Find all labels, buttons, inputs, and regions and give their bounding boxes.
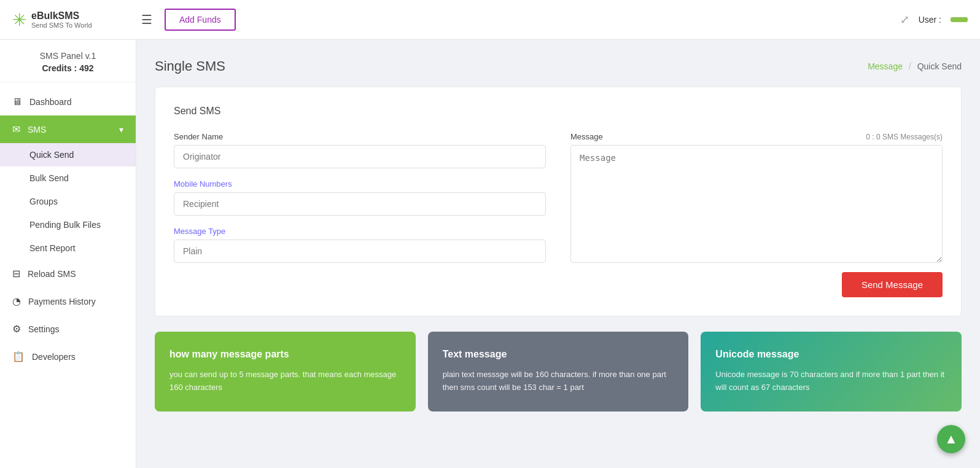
sidebar-item-settings[interactable]: ⚙ Settings [0,315,136,343]
brand-name: eBulkSMS [31,10,92,21]
sidebar-item-developers[interactable]: 📋 Developers [0,343,136,370]
developers-icon: 📋 [12,351,25,362]
reload-label: Reload SMS [28,269,76,279]
credits-label: Credits : [42,63,77,73]
mobile-numbers-label: Mobile Numbers [174,179,546,189]
dashboard-label: Dashboard [29,97,72,107]
payments-icon: ◔ [12,295,21,307]
sender-name-input[interactable] [174,145,546,168]
message-type-group: Message Type [174,227,546,263]
message-type-label: Message Type [174,227,546,236]
page-title: Single SMS [155,58,225,74]
settings-icon: ⚙ [12,323,21,335]
send-btn-row: Send Message [174,272,943,297]
page-title-row: Single SMS Message / Quick Send [155,58,962,74]
layout: SMS Panel v.1 Credits : 492 🖥 Dashboard … [0,40,980,468]
hamburger-icon[interactable]: ☰ [141,12,152,27]
dashboard-icon: 🖥 [12,96,22,107]
message-textarea[interactable] [570,145,943,263]
add-funds-button[interactable]: Add Funds [165,9,236,31]
sidebar-item-dashboard[interactable]: 🖥 Dashboard [0,88,136,115]
message-counter-row: Message 0 : 0 SMS Messages(s) [570,132,943,141]
message-count-display: 0 : 0 SMS Messages(s) [866,133,943,141]
info-card-title-1: Text message [443,349,674,360]
sidebar-nav: 🖥 Dashboard ✉ SMS ▾ Quick Send Bulk Send… [0,82,136,370]
info-card-text-message: Text message plain text messsge will be … [428,332,689,411]
breadcrumb-link[interactable]: Message [868,61,903,71]
reload-icon: ⊟ [12,268,20,279]
sidebar-item-payments-history[interactable]: ◔ Payments History [0,287,136,315]
header-right: ⤢ User : [900,13,968,26]
info-card-message-parts: how many message parts you can send up t… [155,332,416,411]
sidebar-item-sms[interactable]: ✉ SMS ▾ [0,115,136,143]
info-card-unicode-message: Unicode message Unicode message is 70 ch… [701,332,962,411]
message-type-input[interactable] [174,240,546,263]
sidebar-item-bulk-send[interactable]: Bulk Send [0,166,136,190]
sender-name-label: Sender Name [174,132,546,141]
header: ✳ eBulkSMS Send SMS To World ☰ Add Funds… [0,0,980,40]
expand-icon[interactable]: ⤢ [900,13,909,26]
info-cards: how many message parts you can send up t… [155,332,962,411]
send-sms-form: Sender Name Mobile Numbers Message Type [174,132,943,263]
sidebar-item-quick-send[interactable]: Quick Send [0,143,136,166]
breadcrumb-sep: / [909,61,911,71]
logo-area: ✳ eBulkSMS Send SMS To World [12,10,135,30]
send-sms-card-title: Send SMS [174,106,943,117]
info-card-text-0: you can send up to 5 message parts. that… [169,369,401,394]
sms-left: ✉ SMS [12,123,46,135]
sidebar-panel-info: SMS Panel v.1 Credits : 492 [0,40,136,82]
settings-label: Settings [28,324,60,334]
breadcrumb-current: Quick Send [917,61,962,71]
info-card-title-2: Unicode message [715,349,947,360]
message-label: Message [570,132,603,141]
credits-display: Credits : 492 [12,63,123,73]
logo-text: eBulkSMS Send SMS To World [31,10,92,29]
sidebar-item-reload-sms[interactable]: ⊟ Reload SMS [0,260,136,287]
sender-name-group: Sender Name [174,132,546,168]
send-sms-card: Send SMS Sender Name Mobile Numbers Mess… [155,87,962,316]
mobile-numbers-group: Mobile Numbers [174,179,546,216]
fab-button[interactable]: ▲ [937,425,965,453]
panel-name: SMS Panel v.1 [12,51,123,61]
main-content: Single SMS Message / Quick Send Send SMS… [136,40,980,468]
form-right-column: Message 0 : 0 SMS Messages(s) [570,132,943,263]
sms-icon: ✉ [12,123,20,135]
sidebar-item-pending-bulk-files[interactable]: Pending Bulk Files [0,213,136,236]
breadcrumb: Message / Quick Send [868,61,962,71]
user-badge [951,17,968,22]
sms-label: SMS [28,125,46,135]
info-card-title-0: how many message parts [169,349,401,360]
logo-icon: ✳ [12,10,26,30]
sidebar-item-sent-report[interactable]: Sent Report [0,236,136,260]
credits-value: 492 [79,63,93,73]
sidebar: SMS Panel v.1 Credits : 492 🖥 Dashboard … [0,40,136,468]
send-message-button[interactable]: Send Message [842,272,943,297]
sidebar-item-groups[interactable]: Groups [0,190,136,213]
mobile-numbers-input[interactable] [174,192,546,216]
user-label: User : [919,15,941,25]
payments-label: Payments History [28,297,96,306]
info-card-text-2: Unicode message is 70 characters and if … [715,369,947,394]
form-left-column: Sender Name Mobile Numbers Message Type [174,132,546,263]
brand-tagline: Send SMS To World [31,21,92,29]
developers-label: Developers [32,352,76,362]
sms-arrow-icon: ▾ [119,125,123,135]
info-card-text-1: plain text messsge will be 160 character… [443,369,674,394]
